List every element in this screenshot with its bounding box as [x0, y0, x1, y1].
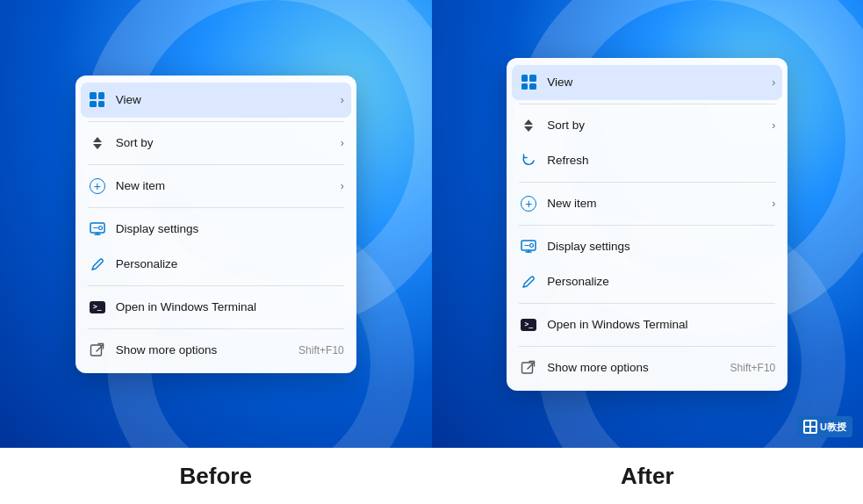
before-terminal-label: Open in Windows Terminal	[116, 300, 344, 313]
after-view-icon	[519, 73, 538, 92]
after-menu-item-sortby[interactable]: Sort by ›	[507, 108, 787, 143]
after-terminal-label: Open in Windows Terminal	[547, 318, 775, 331]
logo-icon	[803, 420, 817, 434]
before-menu-item-sortby[interactable]: Sort by ›	[76, 126, 356, 161]
after-showmore-label: Show more options	[547, 361, 730, 374]
before-label: Before	[0, 463, 432, 490]
after-newitem-icon: +	[519, 194, 538, 213]
before-personalize-label: Personalize	[116, 257, 344, 270]
before-showmore-label: Show more options	[116, 343, 298, 356]
after-showmore-icon	[519, 358, 538, 378]
newitem-icon: +	[88, 176, 107, 196]
svg-rect-9	[811, 428, 816, 432]
before-divider-2	[88, 164, 344, 165]
before-menu-item-showmore[interactable]: Show more options Shift+F10	[76, 333, 356, 368]
after-sortby-label: Sort by	[547, 119, 768, 132]
main-container: View › Sort by › + New item ›	[0, 0, 863, 448]
after-menu-item-refresh[interactable]: Refresh	[507, 143, 787, 178]
after-sortby-arrow: ›	[772, 119, 775, 132]
before-newitem-label: New item	[116, 179, 337, 192]
after-refresh-icon	[519, 151, 538, 170]
after-divider-4	[519, 303, 775, 304]
terminal-icon: >_	[88, 298, 107, 317]
after-view-arrow: ›	[772, 76, 775, 89]
personalize-icon	[88, 255, 107, 274]
before-sortby-label: Sort by	[116, 136, 337, 149]
after-personalize-label: Personalize	[547, 275, 775, 288]
after-personalize-icon	[519, 272, 538, 292]
svg-rect-6	[805, 421, 809, 426]
logo-badge: U教授	[797, 416, 852, 437]
svg-rect-8	[805, 428, 809, 432]
before-menu-item-personalize[interactable]: Personalize	[76, 247, 356, 282]
before-menu-item-display[interactable]: Display settings	[76, 212, 356, 247]
before-context-menu: View › Sort by › + New item ›	[76, 76, 356, 373]
view-icon	[88, 90, 107, 110]
sort-icon	[88, 133, 107, 153]
after-view-label: View	[547, 76, 768, 89]
svg-point-1	[98, 226, 102, 229]
before-panel: View › Sort by › + New item ›	[0, 0, 432, 448]
after-menu-item-terminal[interactable]: >_ Open in Windows Terminal	[507, 307, 787, 342]
before-menu-item-view[interactable]: View ›	[81, 83, 351, 118]
before-menu-item-terminal[interactable]: >_ Open in Windows Terminal	[76, 290, 356, 325]
after-display-label: Display settings	[547, 240, 775, 253]
svg-rect-5	[522, 363, 533, 373]
before-divider-4	[88, 285, 344, 286]
after-display-settings-icon	[519, 237, 538, 256]
before-view-label: View	[116, 93, 337, 106]
before-sortby-arrow: ›	[341, 137, 344, 149]
before-divider-1	[88, 121, 344, 122]
after-newitem-label: New item	[547, 197, 768, 210]
before-view-arrow: ›	[341, 94, 344, 106]
after-context-menu: View › Sort by › Refr	[507, 58, 787, 391]
after-sort-icon	[519, 116, 538, 135]
after-divider-1	[519, 104, 775, 104]
logo-text: U教授	[820, 421, 846, 434]
after-newitem-arrow: ›	[772, 198, 775, 210]
before-divider-5	[88, 328, 344, 329]
before-display-label: Display settings	[116, 222, 344, 235]
showmore-icon	[88, 341, 107, 360]
svg-rect-2	[90, 345, 101, 356]
after-refresh-label: Refresh	[547, 154, 775, 167]
labels-row: Before After	[0, 448, 863, 504]
after-divider-3	[519, 225, 775, 226]
svg-point-4	[530, 243, 534, 247]
after-showmore-shortcut: Shift+F10	[730, 362, 776, 374]
before-divider-3	[88, 207, 344, 208]
after-terminal-icon: >_	[519, 315, 538, 335]
after-menu-item-display[interactable]: Display settings	[507, 229, 787, 264]
after-divider-5	[519, 346, 775, 347]
after-menu-item-newitem[interactable]: + New item ›	[507, 186, 787, 221]
svg-rect-7	[811, 421, 816, 426]
after-menu-item-view[interactable]: View ›	[512, 65, 782, 100]
after-panel: View › Sort by › Refr	[432, 0, 864, 448]
after-label: After	[432, 463, 864, 490]
display-settings-icon	[88, 220, 107, 239]
before-menu-item-newitem[interactable]: + New item ›	[76, 169, 356, 204]
before-newitem-arrow: ›	[341, 180, 344, 192]
after-divider-2	[519, 182, 775, 183]
after-menu-item-personalize[interactable]: Personalize	[507, 264, 787, 299]
before-showmore-shortcut: Shift+F10	[298, 344, 344, 356]
after-menu-item-showmore[interactable]: Show more options Shift+F10	[507, 350, 787, 385]
